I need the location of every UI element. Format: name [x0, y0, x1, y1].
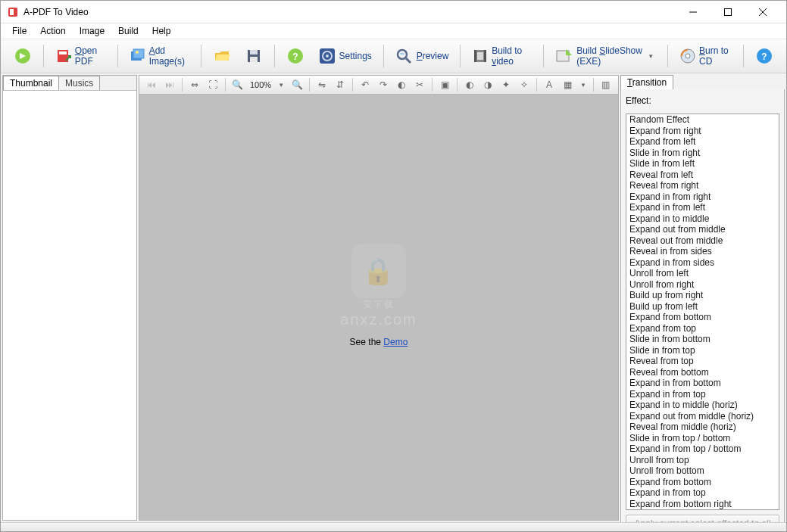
effect-option[interactable]: Expand from top — [626, 323, 779, 334]
effect-option[interactable]: Expand from bottom right — [626, 499, 779, 510]
effect-option[interactable]: Unroll from top — [626, 455, 779, 466]
effect-option[interactable]: Expand in from sides — [626, 257, 779, 269]
watermark-bag-icon: 🔒 — [351, 244, 406, 298]
maximize-button[interactable] — [710, 1, 745, 23]
rotate-right-icon[interactable]: ↷ — [376, 77, 391, 92]
crop-icon[interactable]: ✂ — [412, 77, 427, 92]
effect-option[interactable]: Expand in from top / bottom — [626, 443, 779, 455]
zoom-value: 100% — [248, 80, 273, 89]
effect-option[interactable]: Expand in from bottom — [626, 378, 779, 389]
flip-v-icon[interactable]: ⇵ — [333, 77, 348, 92]
effect2-icon[interactable]: ✧ — [517, 77, 532, 92]
main-toolbar: Open PDF Add Image(s) ? Settings Preview… — [1, 39, 786, 73]
effect1-icon[interactable]: ✦ — [498, 77, 514, 92]
effect-option[interactable]: Unroll from right — [626, 279, 779, 291]
svg-text:?: ? — [292, 51, 298, 62]
demo-link[interactable]: Demo — [383, 337, 408, 347]
rotate-options-icon[interactable]: ◐ — [394, 77, 409, 92]
effect-option[interactable]: Unroll from bottom — [626, 465, 779, 477]
effect-option[interactable]: Reveal in from sides — [626, 246, 779, 257]
effect-option[interactable]: Reveal from top — [626, 356, 779, 367]
fit-width-icon[interactable]: ⇔ — [187, 77, 202, 92]
zoom-in-icon[interactable]: 🔍 — [289, 77, 304, 92]
pdf-icon — [55, 47, 72, 65]
misc-icon[interactable]: ▥ — [598, 77, 614, 92]
effect-option[interactable]: Reveal from left — [626, 170, 779, 181]
effect-option[interactable]: Slide in from right — [626, 148, 779, 159]
effect-option[interactable]: Build up from left — [626, 301, 779, 313]
effect-option[interactable]: Expand from bottom — [626, 312, 779, 323]
app-icon — [7, 6, 19, 18]
zoom-dropdown-icon[interactable]: ▼ — [276, 82, 286, 89]
menu-image[interactable]: Image — [73, 24, 111, 38]
help-button-2[interactable]: ? — [281, 43, 310, 69]
layers-dropdown-icon[interactable]: ▼ — [578, 82, 589, 89]
effect-option[interactable]: Reveal from right — [626, 180, 779, 191]
save-button[interactable] — [239, 43, 268, 69]
effect-option[interactable]: Expand in from right — [626, 191, 779, 203]
effect-option[interactable]: Expand out from middle — [626, 224, 779, 235]
flip-h-icon[interactable]: ⇋ — [314, 77, 329, 92]
effect-option[interactable]: Expand in to middle (horiz) — [626, 400, 779, 411]
effect-option[interactable]: Expand in from top — [626, 389, 779, 400]
text-icon[interactable]: A — [542, 77, 557, 92]
layers-icon[interactable]: ▦ — [560, 77, 575, 92]
effect-option[interactable]: Expand in to middle — [626, 213, 779, 225]
select-icon[interactable]: ▣ — [437, 77, 452, 92]
menu-build[interactable]: Build — [111, 24, 145, 38]
svg-line-21 — [406, 58, 411, 63]
menu-action[interactable]: Action — [33, 24, 72, 38]
effect-option[interactable]: Unroll from left — [626, 268, 779, 279]
nav-first-icon[interactable]: ⏮ — [144, 77, 159, 92]
minimize-button[interactable] — [676, 1, 710, 23]
effect-option[interactable]: Expand from right — [626, 126, 779, 137]
add-images-button[interactable]: Add Image(s) — [124, 43, 195, 69]
effect-option[interactable]: Slide in from top — [626, 345, 779, 356]
effect-option[interactable]: Slide in from bottom — [626, 334, 779, 345]
preview-button[interactable]: Preview — [390, 43, 454, 69]
effect-listbox[interactable]: Random EffectExpand from rightExpand fro… — [626, 114, 779, 510]
svg-point-19 — [326, 54, 329, 58]
effect-option[interactable]: Expand in from top — [626, 487, 779, 499]
open-folder-button[interactable] — [208, 43, 236, 69]
fit-page-icon[interactable]: ⛶ — [205, 77, 220, 92]
contrast-icon[interactable]: ◐ — [462, 77, 477, 92]
slideshow-icon — [555, 47, 573, 65]
apply-effect-button[interactable]: Apply current select effected to all — [626, 515, 779, 522]
burn-cd-button[interactable]: Burn to CD — [674, 43, 737, 69]
nav-last-icon[interactable]: ⏭ — [162, 77, 177, 92]
effect-option[interactable]: Random Effect — [626, 114, 779, 126]
effect-option[interactable]: Slide in from left — [626, 158, 779, 170]
effect-option[interactable]: Expand from bottom — [626, 477, 779, 488]
help-button[interactable]: ? — [750, 43, 779, 69]
settings-label: Settings — [339, 51, 372, 61]
svg-rect-8 — [59, 51, 67, 54]
magnifier-icon — [395, 47, 414, 65]
menu-help[interactable]: Help — [145, 24, 178, 38]
effect-option[interactable]: Expand in from left — [626, 202, 779, 213]
effect-option[interactable]: Expand from left — [626, 136, 779, 148]
tab-transition[interactable]: Transition — [620, 75, 673, 89]
effect-option[interactable]: Build up from right — [626, 290, 779, 301]
svg-rect-25 — [484, 50, 486, 62]
tab-thumbnail[interactable]: Thumbnail — [3, 76, 59, 90]
tool-green-1[interactable] — [8, 43, 37, 69]
settings-button[interactable]: Settings — [313, 43, 377, 69]
rotate-left-icon[interactable]: ↶ — [358, 77, 373, 92]
zoom-out-icon[interactable]: 🔍 — [230, 77, 245, 92]
close-button[interactable] — [745, 1, 780, 23]
effect-option[interactable]: Reveal from bottom — [626, 367, 779, 378]
brightness-icon[interactable]: ◑ — [480, 77, 495, 92]
effect-option[interactable]: Slide in from top / bottom — [626, 433, 779, 444]
effect-option[interactable]: Expand out from middle (horiz) — [626, 411, 779, 422]
svg-point-22 — [400, 53, 404, 55]
tab-musics[interactable]: Musics — [58, 76, 100, 90]
effect-option[interactable]: Reveal out from middle — [626, 235, 779, 247]
open-pdf-button[interactable]: Open PDF — [50, 43, 111, 69]
build-video-button[interactable]: Build to video — [467, 43, 537, 69]
svg-rect-24 — [474, 50, 476, 62]
build-slideshow-button[interactable]: Build SlideShow (EXE) ▼ — [550, 43, 661, 69]
menu-file[interactable]: File — [5, 24, 33, 38]
dropdown-arrow-icon[interactable]: ▼ — [645, 53, 656, 60]
effect-option[interactable]: Reveal from middle (horiz) — [626, 422, 779, 433]
